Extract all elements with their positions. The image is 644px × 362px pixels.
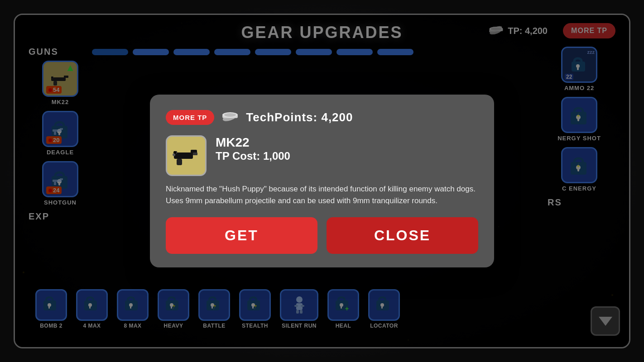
game-window: GEAR UPGRADES TP: 4,200 MORE TP GUN [14, 14, 630, 348]
modal-item-icon [166, 135, 207, 176]
modal-item-row: MK22 TP Cost: 1,000 [166, 135, 478, 176]
modal-item-name: MK22 [216, 135, 478, 150]
modal-item-cost: TP Cost: 1,000 [216, 150, 478, 162]
modal-description: Nicknamed the "Hush Puppy" because of it… [166, 183, 478, 206]
get-button[interactable]: GET [166, 217, 317, 254]
svg-rect-87 [177, 159, 182, 165]
modal-gun-icon [170, 143, 202, 168]
modal-tp-coin-icon [221, 108, 239, 126]
modal-item-info: MK22 TP Cost: 1,000 [216, 135, 478, 162]
svg-point-91 [173, 153, 175, 156]
close-button[interactable]: CLOSE [327, 217, 478, 254]
modal-tp-text: TechPoints: 4,200 [246, 110, 353, 124]
modal-overlay: MORE TP TechPoints: 4,200 [15, 15, 629, 347]
svg-point-84 [224, 113, 236, 117]
svg-rect-90 [193, 152, 197, 155]
modal-buttons: GET CLOSE [166, 217, 478, 254]
modal-dialog: MORE TP TechPoints: 4,200 [150, 95, 494, 267]
modal-header: MORE TP TechPoints: 4,200 [166, 108, 478, 126]
modal-more-tp-button[interactable]: MORE TP [166, 110, 214, 125]
